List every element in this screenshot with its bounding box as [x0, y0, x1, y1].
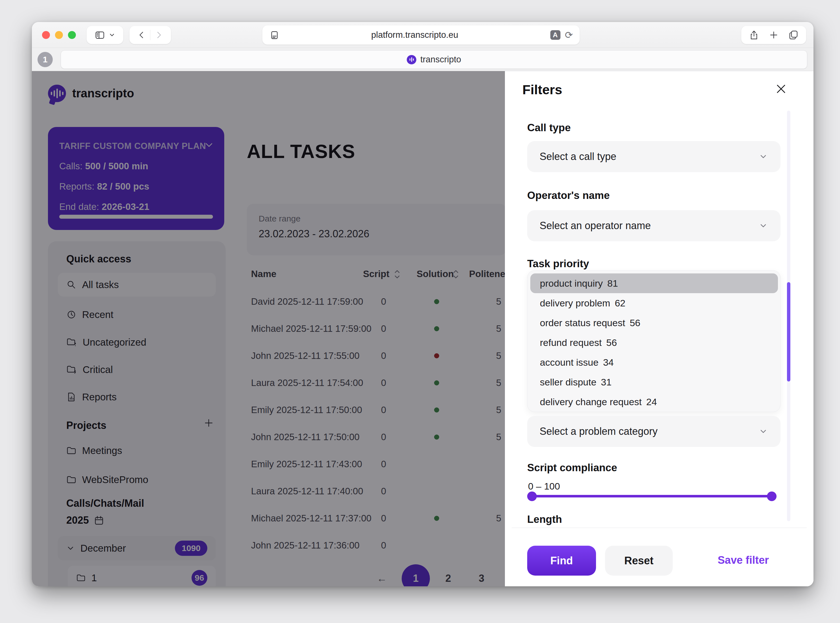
filters-title: Filters: [523, 82, 562, 97]
call-type-select[interactable]: Select a call type: [527, 141, 780, 172]
call-type-label: Call type: [527, 122, 571, 134]
option-count: 81: [607, 278, 618, 289]
tab-group-badge[interactable]: 1: [38, 52, 53, 67]
task-priority-option[interactable]: seller dispute 31: [530, 372, 778, 392]
option-label: delivery change request: [540, 396, 642, 407]
problem-category-placeholder: Select a problem category: [540, 425, 658, 437]
divider: [150, 30, 150, 40]
sidebar-icon: [95, 30, 105, 40]
share-icon[interactable]: [749, 30, 759, 40]
option-label: order status request: [540, 318, 625, 328]
translate-icon[interactable]: A: [550, 30, 561, 40]
sidebar-toggle-button[interactable]: [87, 26, 123, 44]
nav-buttons: [129, 26, 171, 44]
option-label: product inquiry: [540, 278, 603, 289]
close-window-button[interactable]: [42, 31, 50, 39]
operator-select[interactable]: Select an operator name: [527, 210, 780, 241]
task-priority-option[interactable]: refund request 56: [530, 333, 778, 352]
task-priority-listbox: product inquiry 81 delivery problem 62 o…: [527, 270, 780, 412]
task-priority-option[interactable]: delivery change request 24: [530, 392, 778, 412]
option-count: 34: [603, 357, 614, 368]
script-compliance-slider[interactable]: [532, 495, 772, 497]
option-count: 56: [606, 337, 617, 348]
operator-placeholder: Select an operator name: [540, 220, 651, 232]
toolbar-right-buttons: [741, 26, 806, 44]
close-icon[interactable]: [774, 82, 788, 95]
option-label: seller dispute: [540, 377, 596, 388]
task-priority-option[interactable]: account issue 34: [530, 352, 778, 372]
task-priority-option[interactable]: order status request 56: [530, 313, 778, 333]
filters-scrollbar-thumb[interactable]: [787, 282, 790, 382]
reload-icon[interactable]: ⟳: [565, 29, 573, 41]
reset-button[interactable]: Reset: [605, 546, 673, 575]
new-tab-icon[interactable]: [769, 30, 779, 40]
task-priority-option[interactable]: delivery problem 62: [530, 293, 778, 313]
divider: [512, 528, 807, 528]
task-priority-label: Task priority: [527, 258, 589, 270]
chevron-down-icon: [759, 221, 768, 230]
chevron-down-icon: [759, 152, 768, 161]
option-label: refund request: [540, 337, 602, 348]
zoom-window-button[interactable]: [68, 31, 76, 39]
slider-handle-min[interactable]: [527, 491, 537, 501]
forward-button[interactable]: [154, 31, 163, 40]
option-count: 31: [601, 377, 612, 388]
tab-transcripto[interactable]: transcripto: [61, 50, 807, 69]
tab-overview-icon[interactable]: [788, 30, 799, 40]
find-button[interactable]: Find: [527, 546, 596, 575]
chevron-down-icon: [759, 427, 768, 436]
call-type-placeholder: Select a call type: [540, 151, 616, 163]
modal-backdrop[interactable]: [32, 71, 505, 586]
browser-toolbar: platform.transcripto.eu A ⟳: [32, 22, 814, 48]
favicon: [407, 55, 416, 64]
option-count: 62: [615, 298, 625, 309]
option-count: 24: [646, 396, 657, 407]
tab-title: transcripto: [420, 54, 461, 64]
traffic-lights: [42, 31, 76, 39]
problem-category-select[interactable]: Select a problem category: [527, 416, 780, 447]
save-filter-link[interactable]: Save filter: [708, 554, 779, 566]
address-bar[interactable]: platform.transcripto.eu A ⟳: [262, 25, 579, 44]
option-label: delivery problem: [540, 298, 610, 309]
minimize-window-button[interactable]: [55, 31, 63, 39]
script-compliance-range: 0 – 100: [528, 481, 560, 492]
reader-icon[interactable]: [270, 30, 279, 40]
task-priority-option[interactable]: product inquiry 81: [530, 273, 778, 293]
tab-bar: 1 transcripto: [32, 48, 814, 71]
web-content: transcripto TARIFF CUSTOM COMPANY PLAN C…: [32, 71, 814, 586]
safari-window: platform.transcripto.eu A ⟳ 1 transcript…: [32, 22, 814, 586]
script-compliance-label: Script compliance: [527, 462, 617, 474]
back-button[interactable]: [137, 31, 146, 40]
chevron-down-icon: [109, 32, 115, 38]
length-label: Length: [527, 514, 562, 525]
operator-label: Operator's name: [527, 190, 610, 201]
option-count: 56: [630, 318, 640, 328]
filters-panel: Filters Call type Select a call type Ope…: [505, 71, 814, 586]
option-label: account issue: [540, 357, 599, 368]
url-text[interactable]: platform.transcripto.eu: [279, 30, 550, 40]
slider-handle-max[interactable]: [767, 491, 777, 501]
